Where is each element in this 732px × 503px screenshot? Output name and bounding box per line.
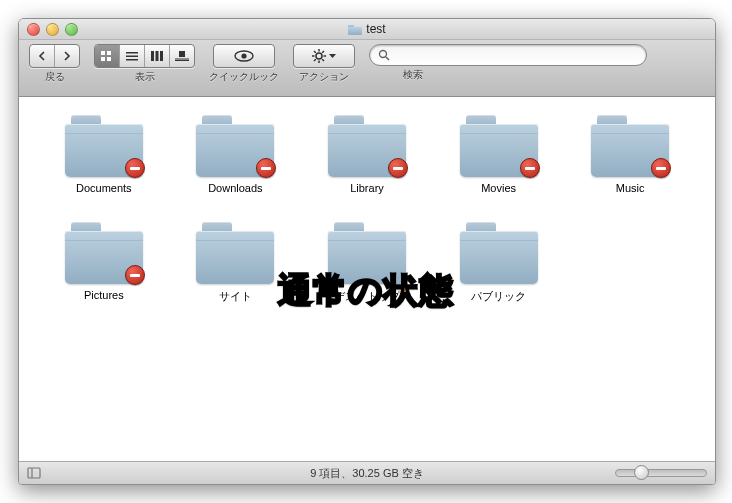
svg-rect-10 [179,51,185,57]
close-button[interactable] [27,23,40,36]
icon-grid: DocumentsDownloadsLibraryMoviesMusicPict… [19,97,715,322]
folder-icon [591,115,669,177]
svg-line-23 [314,59,316,61]
chevron-down-icon [329,54,336,59]
back-button[interactable] [30,45,55,67]
folder-label: Library [350,182,384,194]
svg-point-24 [380,51,387,58]
nav-group: 戻る [29,44,80,84]
no-entry-icon [388,158,408,178]
view-group: 表示 [94,44,195,84]
search-group: 検索 [369,44,705,82]
folder-icon [196,222,274,284]
status-bar: 9 項目、30.25 GB 空き [19,461,715,484]
nav-label: 戻る [45,70,65,84]
status-text: 9 項目、30.25 GB 空き [19,466,715,481]
folder-item[interactable]: Library [306,115,428,194]
minimize-button[interactable] [46,23,59,36]
folder-label: Movies [481,182,516,194]
no-entry-icon [651,158,671,178]
action-label: アクション [299,70,349,84]
no-entry-icon [125,158,145,178]
svg-rect-1 [107,51,111,55]
svg-rect-5 [126,56,138,58]
zoom-slider-knob[interactable] [634,465,649,480]
eye-icon [234,50,254,62]
folder-item[interactable]: Movies [438,115,560,194]
view-list-button[interactable] [120,45,145,67]
svg-rect-7 [151,51,154,61]
action-group: アクション [293,44,355,84]
folder-item[interactable]: サイト [175,222,297,304]
window-title-text: test [366,22,385,36]
folder-label: サイト [219,289,252,304]
svg-point-14 [241,53,246,58]
folder-icon [460,222,538,284]
zoom-slider[interactable] [615,469,707,477]
toolbar: 戻る 表示 クイックルック [19,40,715,97]
folder-item[interactable]: パブリック [438,222,560,304]
svg-rect-11 [175,59,189,60]
svg-rect-8 [156,51,159,61]
folder-label: Pictures [84,289,124,301]
svg-line-25 [386,57,389,60]
svg-rect-2 [101,57,105,61]
search-input[interactable] [369,44,647,66]
quicklook-group: クイックルック [209,44,279,84]
svg-rect-9 [160,51,163,61]
folder-icon [196,115,274,177]
svg-line-21 [322,59,324,61]
quicklook-button[interactable] [213,44,275,68]
sidebar-toggle-icon[interactable] [27,466,41,480]
svg-rect-26 [28,468,40,478]
folder-item[interactable]: Music [569,115,691,194]
no-entry-icon [125,265,145,285]
svg-rect-6 [126,59,138,61]
svg-rect-3 [107,57,111,61]
forward-button[interactable] [55,45,79,67]
view-coverflow-button[interactable] [170,45,194,67]
svg-line-20 [314,51,316,53]
window-title: test [19,22,715,36]
folder-item[interactable]: Documents [43,115,165,194]
folder-icon [65,222,143,284]
folder-item[interactable]: Pictures [43,222,165,304]
folder-label: パブリック [471,289,526,304]
folder-icon [348,24,362,35]
titlebar[interactable]: test [19,19,715,40]
search-label: 検索 [403,68,423,82]
quicklook-label: クイックルック [209,70,279,84]
folder-label: Documents [76,182,132,194]
view-column-button[interactable] [145,45,170,67]
finder-window: test 戻る [18,18,716,485]
content-area[interactable]: DocumentsDownloadsLibraryMoviesMusicPict… [19,97,715,461]
folder-icon [460,115,538,177]
window-controls [19,23,78,36]
view-mode-segmented [94,44,195,68]
nav-buttons [29,44,80,68]
zoom-button[interactable] [65,23,78,36]
folder-icon [328,222,406,284]
search-icon [378,49,390,61]
folder-icon [65,115,143,177]
view-label: 表示 [135,70,155,84]
svg-point-15 [316,53,322,59]
svg-rect-4 [126,52,138,54]
folder-item[interactable]: Downloads [175,115,297,194]
svg-rect-12 [175,60,189,61]
gear-icon [312,49,326,63]
view-icon-button[interactable] [95,45,120,67]
folder-icon [328,115,406,177]
no-entry-icon [520,158,540,178]
folder-label: デスクトップ [334,289,400,304]
action-button[interactable] [293,44,355,68]
svg-line-22 [322,51,324,53]
svg-rect-0 [101,51,105,55]
no-entry-icon [256,158,276,178]
folder-item[interactable]: デスクトップ [306,222,428,304]
folder-label: Music [616,182,645,194]
folder-label: Downloads [208,182,262,194]
